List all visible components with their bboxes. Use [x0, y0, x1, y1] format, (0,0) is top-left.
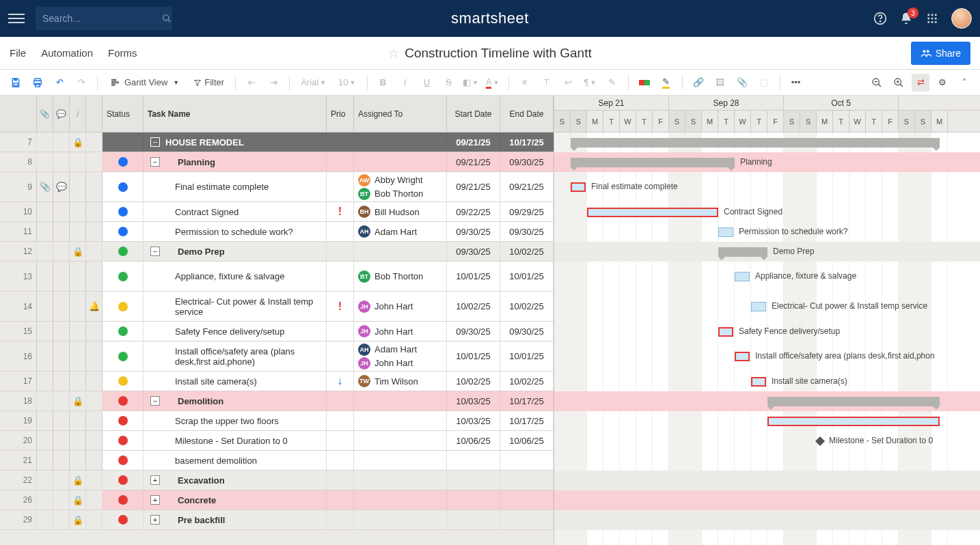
cell-status[interactable] [103, 471, 144, 490]
filter-button[interactable]: Filter [189, 74, 228, 92]
undo-icon[interactable]: ↶ [51, 74, 68, 92]
cell-status[interactable] [103, 391, 144, 410]
cell-task[interactable]: −HOUSE REMODEL [144, 132, 327, 152]
row-toggle[interactable]: + [150, 515, 160, 525]
row-toggle[interactable]: − [150, 137, 160, 147]
conditional-format-icon[interactable] [636, 74, 653, 92]
cell-status[interactable] [103, 172, 144, 201]
cell-comment[interactable] [53, 341, 70, 371]
menu-forms[interactable]: Forms [108, 47, 137, 59]
gantt-task-bar[interactable] [735, 352, 750, 361]
cell-task[interactable]: Final estimate complete [144, 172, 327, 201]
cell-start[interactable]: 10/06/25 [447, 431, 500, 450]
cell-status[interactable] [103, 490, 144, 509]
cell-assigned[interactable]: BHBill Hudson [354, 202, 447, 221]
cell-task[interactable]: Electrical- Cut power & Install temp ser… [144, 292, 327, 321]
cell-reminder[interactable] [86, 152, 103, 171]
cell-reminder[interactable] [86, 471, 103, 490]
font-select[interactable]: Arial▼ [297, 74, 330, 92]
apps-icon[interactable] [925, 12, 939, 25]
cell-assigned[interactable]: AHAdam HartJHJohn Hart [354, 341, 447, 371]
cell-reminder[interactable]: 🔔 [86, 292, 103, 321]
grid-row[interactable]: 29🔒+Pre backfill [0, 510, 554, 530]
cell-priority[interactable] [327, 341, 354, 371]
cell-assigned[interactable] [354, 132, 447, 152]
indent-format-icon[interactable]: ⬚ [755, 74, 773, 92]
cell-priority[interactable] [327, 132, 354, 152]
gantt-task-bar[interactable] [751, 302, 766, 311]
cell-comment[interactable] [53, 262, 70, 291]
gantt-group-bar[interactable] [571, 158, 735, 167]
cell-end[interactable]: 09/21/25 [500, 172, 554, 201]
cell-start[interactable]: 09/21/25 [447, 172, 500, 201]
gantt-task-bar[interactable] [571, 182, 586, 192]
col-attach-icon[interactable]: 📎 [37, 96, 53, 132]
cell-reminder[interactable] [86, 242, 103, 261]
cell-end[interactable]: 09/30/25 [500, 152, 554, 171]
cell-comment[interactable] [53, 411, 70, 430]
link-icon[interactable]: 🔗 [690, 74, 707, 92]
cell-start[interactable]: 10/02/25 [447, 292, 500, 321]
grid-row[interactable]: 17Install site camera(s)↓TWTim Wilson10/… [0, 372, 554, 391]
cell-task[interactable]: Safety Fence delivery/setup [144, 322, 327, 341]
cell-status[interactable] [103, 451, 144, 470]
cell-priority[interactable] [327, 510, 354, 529]
cell-attach[interactable] [37, 202, 53, 221]
cell-end[interactable]: 10/17/25 [500, 411, 554, 430]
cell-reminder[interactable] [86, 372, 103, 391]
gantt-task-bar[interactable] [587, 208, 718, 217]
gantt-group-bar[interactable] [767, 397, 940, 406]
cell-priority[interactable]: ↓ [327, 372, 354, 391]
cell-attach[interactable] [37, 132, 53, 152]
gantt-task-bar[interactable] [718, 227, 733, 237]
cell-end[interactable]: 10/17/25 [500, 132, 554, 152]
cell-status[interactable] [103, 152, 144, 171]
gantt-task-bar[interactable] [751, 377, 766, 387]
cell-start[interactable] [447, 490, 500, 509]
cell-comment[interactable] [53, 490, 70, 509]
cell-priority[interactable] [327, 451, 354, 470]
row-toggle[interactable]: + [150, 475, 160, 485]
align-left-icon[interactable]: ≡ [516, 74, 534, 92]
col-assigned[interactable]: Assigned To [354, 96, 447, 132]
cell-start[interactable]: 09/30/25 [447, 242, 500, 261]
cell-start[interactable] [447, 471, 500, 490]
cell-end[interactable]: 10/02/25 [500, 292, 554, 321]
cell-end[interactable]: 09/30/25 [500, 322, 554, 341]
cell-end[interactable]: 09/30/25 [500, 222, 554, 241]
cell-priority[interactable] [327, 471, 354, 490]
cell-status[interactable] [103, 242, 144, 261]
gantt-task-bar[interactable] [767, 417, 940, 426]
cell-start[interactable]: 10/01/25 [447, 262, 500, 291]
cell-comment[interactable] [53, 202, 70, 221]
cell-task[interactable]: Install office/safety area (plans desk,f… [144, 341, 327, 371]
cell-reminder[interactable] [86, 262, 103, 291]
grid-row[interactable]: 13Appliance, fixture & salvageBTBob Thor… [0, 262, 554, 292]
cell-task[interactable]: Contract Signed [144, 202, 327, 221]
cell-attach[interactable] [37, 322, 53, 341]
cell-reminder[interactable] [86, 411, 103, 430]
cell-status[interactable] [103, 132, 144, 152]
cell-start[interactable]: 10/03/25 [447, 391, 500, 410]
cell-attach[interactable] [37, 262, 53, 291]
favorite-star-icon[interactable]: ☆ [388, 46, 399, 61]
cell-attach[interactable] [37, 451, 53, 470]
col-task[interactable]: Task Name [144, 96, 327, 132]
image-icon[interactable]: 🖼 [711, 74, 729, 92]
cell-assigned[interactable] [354, 510, 447, 529]
cell-task[interactable]: Install site camera(s) [144, 372, 327, 391]
cell-priority[interactable] [327, 222, 354, 241]
cell-task[interactable]: Scrap the upper two floors [144, 411, 327, 430]
cell-task[interactable]: −Demolition [144, 391, 327, 410]
cell-comment[interactable] [53, 372, 70, 391]
grid-row[interactable]: 20Milestone - Set Duration to 010/06/251… [0, 431, 554, 451]
cell-reminder[interactable] [86, 391, 103, 410]
cell-status[interactable] [103, 510, 144, 529]
cell-start[interactable]: 09/21/25 [447, 152, 500, 171]
grid-row[interactable]: 8−Planning09/21/2509/30/25 [0, 152, 554, 172]
grid-row[interactable]: 7🔒−HOUSE REMODEL09/21/2510/17/25 [0, 132, 554, 152]
cell-priority[interactable] [327, 411, 354, 430]
format-icon[interactable]: ¶▼ [582, 74, 599, 92]
search-input[interactable] [42, 13, 162, 24]
cell-reminder[interactable] [86, 341, 103, 371]
